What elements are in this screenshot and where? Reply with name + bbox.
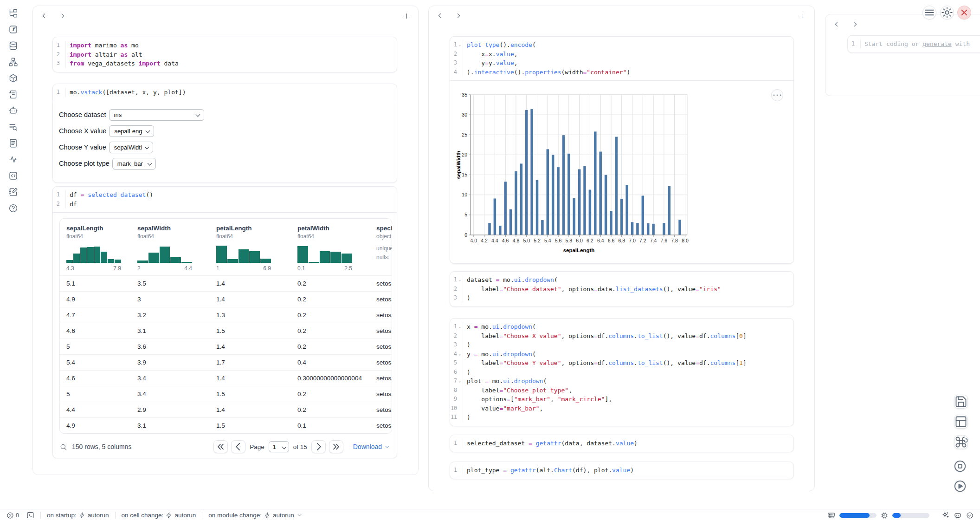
code-editor[interactable]: 1Start coding or generate with: [848, 36, 980, 52]
column-header[interactable]: speciesobjectunique:nulls:: [370, 225, 392, 272]
document-icon[interactable]: [8, 138, 18, 148]
page-select[interactable]: 1: [269, 441, 289, 452]
last-page-button[interactable]: [329, 440, 343, 453]
table-row[interactable]: 5.43.91.70.4setosa: [60, 354, 392, 370]
cell-dataset-dropdown: 1⌄dataset = mo.ui.dropdown(2 label="Choo…: [450, 271, 794, 307]
on-startup-setting[interactable]: on startup: autorun: [47, 512, 109, 519]
download-button[interactable]: Download: [353, 443, 390, 450]
table-cell: 4.6: [60, 375, 131, 382]
layout-button[interactable]: [954, 415, 968, 429]
shortcuts-button[interactable]: [954, 435, 968, 449]
terminal-icon[interactable]: [26, 511, 34, 519]
column-header[interactable]: petalWidthfloat640.12.5: [291, 225, 370, 272]
next-column-button[interactable]: [851, 20, 859, 28]
svg-text:6.8: 6.8: [618, 238, 625, 243]
next-page-button[interactable]: [311, 440, 326, 453]
fold-icon[interactable]: ⌄: [457, 377, 463, 386]
save-button[interactable]: [954, 395, 968, 409]
add-cell-button[interactable]: [799, 12, 807, 20]
math-function-icon[interactable]: f: [8, 25, 18, 34]
table-cell: 0.2: [291, 406, 370, 413]
table-row[interactable]: 53.41.50.2setosa: [60, 386, 392, 402]
first-page-button[interactable]: [213, 440, 228, 453]
code-editor[interactable]: 1selected_dataset = getattr(data, datase…: [450, 435, 793, 452]
on-module-change-setting[interactable]: on module change: autorun: [208, 512, 303, 519]
control-row: Choose plot typemark_bar: [59, 158, 397, 169]
fold-icon[interactable]: ⌄: [457, 350, 463, 359]
fold-icon[interactable]: ⌄: [457, 40, 463, 50]
code-editor[interactable]: 1⌄plot_type().encode(2 x=x.value,3 y=y.v…: [450, 37, 793, 80]
code-editor[interactable]: 1df = selected_dataset()2df: [53, 187, 397, 212]
column-header[interactable]: petalLengthfloat6416.9: [210, 225, 291, 272]
dropdown-choose-dataset[interactable]: iris: [109, 109, 204, 121]
svg-text:6.6: 6.6: [608, 238, 615, 243]
database-icon[interactable]: [8, 41, 18, 51]
dropdown-choose-plot-type[interactable]: mark_bar: [112, 158, 156, 169]
table-row[interactable]: 4.93.11.50.1setosa: [60, 417, 392, 433]
code-editor[interactable]: 1plot_type = getattr(alt.Chart(df), plot…: [450, 462, 793, 479]
package-cube-icon[interactable]: [8, 73, 18, 83]
list-search-icon[interactable]: [8, 122, 18, 132]
prev-column-button[interactable]: [833, 20, 840, 28]
table-row[interactable]: 4.42.91.40.2setosa: [60, 402, 392, 417]
table-cell: 1.5: [210, 327, 291, 334]
code-editor[interactable]: 1mo.vstack([dataset, x, y, plot]): [53, 84, 397, 101]
table-cell: 3.1: [131, 422, 210, 429]
menu-button[interactable]: [922, 6, 936, 20]
next-column-button[interactable]: [59, 12, 66, 20]
svg-text:sepalLength: sepalLength: [563, 247, 595, 253]
svg-text:5.4: 5.4: [544, 238, 551, 243]
code-line: 6): [450, 368, 793, 377]
column-header[interactable]: sepalLengthfloat644.37.9: [60, 225, 131, 272]
next-column-button[interactable]: [455, 12, 462, 20]
table-row[interactable]: 4.931.40.2setosa: [60, 291, 392, 307]
altair-bar-chart[interactable]: 4.04.24.44.64.85.05.25.45.65.86.06.26.46…: [455, 87, 793, 257]
fold-icon[interactable]: ⌄: [457, 322, 463, 332]
prev-page-button[interactable]: [231, 440, 245, 453]
table-row[interactable]: 4.63.41.40.30000000000000004setosa: [60, 370, 392, 386]
add-cell-button[interactable]: [403, 12, 411, 20]
dropdown-choose-y-value[interactable]: sepalWidth: [109, 142, 153, 153]
scroll-icon[interactable]: [8, 90, 18, 99]
on-cell-change-setting[interactable]: on cell change: autorun: [122, 512, 196, 519]
run-button[interactable]: [953, 479, 967, 493]
table-row[interactable]: 4.63.11.50.2setosa: [60, 323, 392, 339]
prev-column-button[interactable]: [40, 12, 48, 20]
settings-button[interactable]: [940, 6, 954, 20]
fold-icon[interactable]: ⌄: [457, 275, 463, 285]
code-block-icon[interactable]: [8, 171, 18, 181]
code-line: 4).interactive().properties(width="conta…: [450, 68, 793, 77]
search-icon[interactable]: [59, 443, 67, 451]
table-cell: 0.4: [291, 359, 370, 366]
ai-sparkles-icon[interactable]: [941, 511, 949, 519]
prev-column-button[interactable]: [436, 12, 444, 20]
code-editor[interactable]: 1import marimo as mo2import altair as al…: [53, 37, 397, 72]
table-cell: 5.1: [60, 280, 131, 287]
table-cell: 0.2: [291, 343, 370, 350]
table-row[interactable]: 53.61.40.2setosa: [60, 339, 392, 354]
code-editor[interactable]: 1⌄dataset = mo.ui.dropdown(2 label="Choo…: [450, 272, 793, 306]
dependency-graph-icon[interactable]: [8, 57, 18, 67]
activity-pulse-icon[interactable]: [8, 155, 18, 164]
code-line: 2 label="Choose X value", options=df.col…: [450, 332, 793, 341]
column-histogram: [297, 244, 352, 263]
svg-text:4.6: 4.6: [502, 238, 509, 243]
file-tree-icon[interactable]: [8, 8, 18, 18]
errors-icon[interactable]: [6, 512, 14, 519]
chat-bot-icon[interactable]: [8, 106, 18, 116]
column-header[interactable]: sepalWidthfloat6424.4: [131, 225, 210, 272]
chart-actions-button[interactable]: [771, 89, 783, 101]
notebook-pen-icon[interactable]: [8, 187, 18, 197]
code-editor[interactable]: 1⌄x = mo.ui.dropdown(2 label="Choose X v…: [450, 319, 793, 426]
connection-status-icon[interactable]: [966, 512, 974, 519]
code-line: 1⌄dataset = mo.ui.dropdown(: [450, 275, 793, 285]
cell-selected-dataset: 1selected_dataset = getattr(data, datase…: [450, 435, 794, 452]
copilot-icon[interactable]: [954, 511, 962, 520]
dropdown-choose-x-value[interactable]: sepalLength: [109, 125, 154, 137]
shutdown-button[interactable]: [957, 6, 971, 20]
svg-text:6.4: 6.4: [597, 238, 604, 243]
interrupt-button[interactable]: [953, 459, 967, 473]
table-row[interactable]: 5.13.51.40.2setosa: [60, 275, 392, 291]
help-circle-icon[interactable]: [8, 203, 18, 213]
table-row[interactable]: 4.73.21.30.2setosa: [60, 307, 392, 323]
